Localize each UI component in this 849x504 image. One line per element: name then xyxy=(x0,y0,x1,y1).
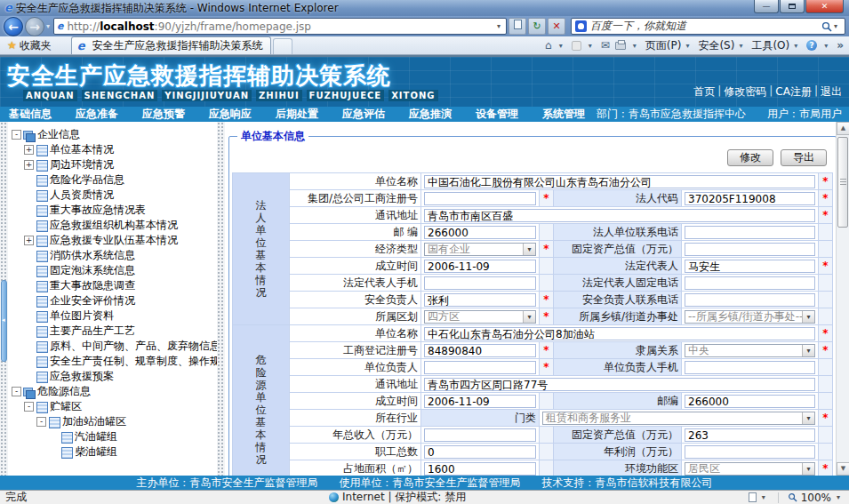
modify-button[interactable]: 修改 xyxy=(727,149,773,166)
tree-item[interactable]: -危险源信息 xyxy=(8,384,217,399)
chevron-down-icon[interactable]: ▾ xyxy=(802,412,814,424)
recent-pages-dropdown[interactable]: ▾ xyxy=(46,22,50,30)
tree-item[interactable]: 企业安全评价情况 xyxy=(8,293,217,308)
field-input[interactable]: 青岛市四方区周口路77号 xyxy=(424,378,815,391)
feeds-dropdown[interactable]: ▾ xyxy=(589,42,592,50)
field-input[interactable]: 中石化山东青岛石油分公司8加油站 xyxy=(424,327,815,340)
tree-collapse-icon[interactable]: - xyxy=(12,130,21,140)
home-dropdown[interactable]: ▾ xyxy=(559,42,563,50)
field-input[interactable] xyxy=(424,276,536,290)
field-input[interactable]: 马安生 xyxy=(685,260,815,273)
minimize-button[interactable]: — xyxy=(754,0,779,13)
tree-collapse-icon[interactable]: - xyxy=(12,387,21,396)
field-input[interactable]: 青岛市市南区百盛 xyxy=(424,209,815,222)
field-input[interactable] xyxy=(424,192,536,205)
header-link-1[interactable]: 首页 xyxy=(693,84,715,100)
field-input[interactable]: 0 xyxy=(424,445,536,459)
nav-item[interactable]: 后期处置 xyxy=(276,107,318,122)
splitter-collapse-handle[interactable] xyxy=(1,280,7,362)
left-splitter[interactable] xyxy=(0,122,8,476)
new-tab-button[interactable] xyxy=(273,38,292,54)
field-input[interactable]: 2006-11-09 xyxy=(424,395,536,408)
print-icon[interactable] xyxy=(615,42,626,50)
nav-item[interactable]: 应急预警 xyxy=(142,107,185,122)
field-select[interactable]: 居民区▾ xyxy=(685,462,815,476)
tree-item[interactable]: 安全生产责任制、规章制度、操作规程信息 xyxy=(8,354,217,369)
nav-item[interactable]: 应急准备 xyxy=(76,107,118,122)
chevron-down-icon[interactable]: ▾ xyxy=(523,311,535,323)
tree-item[interactable]: 人员资质情况 xyxy=(8,188,217,203)
tools-menu-button[interactable]: 工具(O)▾ xyxy=(751,38,801,53)
feeds-icon[interactable] xyxy=(572,41,581,51)
zoom-control[interactable]: ▾ 100% ▾ xyxy=(749,492,844,504)
tree-expand-icon[interactable]: + xyxy=(24,145,34,155)
tree-item[interactable]: 重大事故隐患调查 xyxy=(8,278,217,293)
tree-item[interactable]: 应急救援预案 xyxy=(8,369,217,384)
tree-item[interactable]: 应急救援组织机构基本情况 xyxy=(8,218,217,233)
tree-expand-icon[interactable]: + xyxy=(24,160,34,170)
print-dropdown[interactable]: ▾ xyxy=(633,42,637,50)
tree-collapse-icon[interactable]: - xyxy=(24,402,34,412)
close-button[interactable]: ✕ xyxy=(805,0,844,13)
tree-item[interactable]: -贮罐区 xyxy=(8,399,217,414)
zoom-dropdown[interactable]: ▾ xyxy=(837,493,840,501)
chevron-down-icon[interactable]: ▾ xyxy=(523,244,535,255)
field-input[interactable] xyxy=(685,361,815,374)
header-link-3[interactable]: CA注册 xyxy=(775,84,812,100)
tree-item[interactable]: 汽油罐组 xyxy=(8,429,217,444)
scroll-thumb[interactable] xyxy=(837,137,848,228)
chevron-down-icon[interactable]: ▾ xyxy=(802,345,814,356)
overflow-chevron-icon[interactable]: » xyxy=(837,39,844,52)
search-icon[interactable] xyxy=(821,21,832,32)
field-select[interactable]: --所属乡镇/街道办事处--▾ xyxy=(685,310,815,324)
tree-item[interactable]: 消防供水系统信息 xyxy=(8,248,217,263)
field-input[interactable]: 266000 xyxy=(424,226,536,239)
field-input[interactable] xyxy=(685,276,815,290)
field-input[interactable]: 84890840 xyxy=(424,344,536,357)
chevron-down-icon[interactable]: ▾ xyxy=(802,311,814,323)
field-input[interactable]: 370205F119008 xyxy=(685,192,815,205)
tree-item[interactable]: 固定泡沫系统信息 xyxy=(8,263,217,278)
field-input[interactable] xyxy=(424,428,536,442)
nav-item[interactable]: 应急推演 xyxy=(409,107,452,122)
nav-item[interactable]: 应急评估 xyxy=(342,107,385,122)
forward-button[interactable]: → xyxy=(25,17,44,36)
read-mail-icon[interactable]: ✉ xyxy=(601,39,610,52)
field-input[interactable]: 263 xyxy=(685,428,815,442)
header-link-4[interactable]: 退出 xyxy=(821,84,842,100)
favorites-button[interactable]: ★ 收藏夹 xyxy=(0,36,59,54)
stop-button[interactable]: ✕ xyxy=(548,18,565,35)
search-input[interactable]: 百度一下，你就知道 ▾ xyxy=(571,18,845,35)
page-zoom-icon[interactable] xyxy=(749,492,757,502)
field-input[interactable] xyxy=(685,293,815,307)
field-input[interactable]: 1600 xyxy=(424,462,536,476)
export-button[interactable]: 导出 xyxy=(781,149,827,166)
tree-expand-icon[interactable]: + xyxy=(24,236,34,245)
tree-item[interactable]: +单位基本情况 xyxy=(8,142,217,157)
nav-item[interactable]: 设备管理 xyxy=(476,107,518,122)
home-icon[interactable]: ⌂ xyxy=(545,39,552,52)
tree-item[interactable]: 主要产品生产工艺 xyxy=(8,324,217,339)
nav-item[interactable]: 基础信息 xyxy=(9,107,52,122)
field-select[interactable]: 租赁和商务服务业▾ xyxy=(542,412,815,425)
tree-item[interactable]: +应急救援专业队伍基本情况 xyxy=(8,233,217,248)
field-input[interactable] xyxy=(424,361,536,374)
field-input[interactable] xyxy=(685,226,815,239)
help-icon[interactable]: ? xyxy=(806,40,817,51)
nav-item[interactable]: 应急响应 xyxy=(209,107,252,122)
browser-tab[interactable]: e 安全生产应急救援指挥辅助决策系统 xyxy=(71,36,271,54)
field-select[interactable]: 四方区▾ xyxy=(424,310,536,324)
field-input[interactable] xyxy=(685,445,815,459)
tree-item[interactable]: -企业信息 xyxy=(8,127,217,142)
maximize-button[interactable] xyxy=(780,0,805,13)
address-dropdown[interactable]: ▾ xyxy=(494,22,503,30)
refresh-button[interactable]: ↻ xyxy=(528,18,546,35)
scroll-down-arrow[interactable]: ▼ xyxy=(837,462,849,476)
help-dropdown[interactable]: ▾ xyxy=(824,42,828,50)
compatibility-view-button[interactable] xyxy=(509,18,526,35)
tree-collapse-icon[interactable]: - xyxy=(36,417,46,427)
tree-item[interactable]: -加油站油罐区 xyxy=(8,414,217,429)
scroll-up-arrow[interactable]: ▲ xyxy=(837,122,849,135)
field-input[interactable]: 2006-11-09 xyxy=(424,260,536,273)
field-input[interactable]: 张利 xyxy=(424,293,536,307)
